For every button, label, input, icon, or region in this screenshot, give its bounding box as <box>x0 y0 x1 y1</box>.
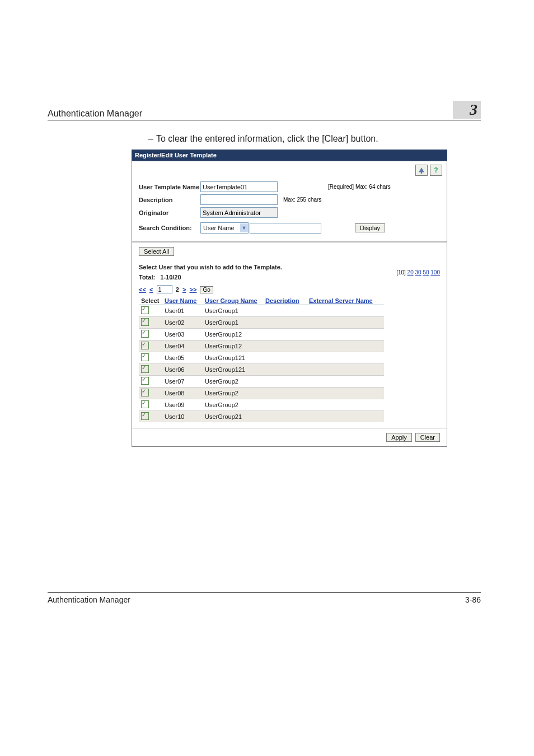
row-checkbox[interactable] <box>141 318 149 326</box>
apply-button[interactable]: Apply <box>386 433 412 442</box>
cell-description <box>263 340 307 352</box>
pager-first[interactable]: << <box>139 286 146 293</box>
input-description[interactable] <box>200 194 278 205</box>
table-row: User02UserGroup1 <box>139 317 384 329</box>
chevron-down-icon: ▼ <box>240 223 248 232</box>
col-select: Select <box>139 297 162 305</box>
table-row: User10UserGroup21 <box>139 411 384 423</box>
cell-description <box>263 411 307 423</box>
row-checkbox[interactable] <box>141 412 149 420</box>
row-checkbox[interactable] <box>141 377 149 385</box>
row-checkbox[interactable] <box>141 365 149 373</box>
cell-user-name: User03 <box>162 329 203 340</box>
input-template-name[interactable] <box>200 181 278 192</box>
row-checkbox[interactable] <box>141 342 149 349</box>
row-checkbox[interactable] <box>141 389 149 396</box>
cell-description <box>263 399 307 411</box>
cell-user-name: User07 <box>162 376 203 388</box>
page-header-title: Authentication Manager <box>48 109 142 119</box>
pagesize-20[interactable]: 20 <box>407 269 414 276</box>
row-checkbox[interactable] <box>141 306 149 314</box>
pager-prev[interactable]: < <box>149 286 153 293</box>
select-all-button[interactable]: Select All <box>139 247 174 256</box>
cell-external-server <box>307 399 384 411</box>
help-icon[interactable]: ? <box>430 165 442 176</box>
cell-external-server <box>307 305 384 317</box>
table-row: User07UserGroup2 <box>139 376 384 388</box>
pager-go-button[interactable]: Go <box>200 286 213 293</box>
select-search-field[interactable]: User Name ▼ <box>200 222 249 234</box>
input-search-value[interactable] <box>250 223 321 234</box>
cell-external-server <box>307 364 384 376</box>
cell-external-server <box>307 376 384 388</box>
instruction-line: –To clear the entered information, click… <box>148 134 481 144</box>
pagesize-50[interactable]: 50 <box>423 269 429 276</box>
pager-page-input[interactable] <box>157 285 172 293</box>
total-label: Total: <box>139 274 155 281</box>
table-row: User05UserGroup121 <box>139 352 384 364</box>
clear-button[interactable]: Clear <box>415 433 440 442</box>
cell-description <box>263 364 307 376</box>
cell-user-group: UserGroup2 <box>203 376 263 388</box>
col-user-group[interactable]: User Group Name <box>205 297 257 304</box>
cell-user-group: UserGroup2 <box>203 388 263 399</box>
input-originator <box>200 207 278 218</box>
table-row: User06UserGroup121 <box>139 364 384 376</box>
cell-user-group: UserGroup121 <box>203 364 263 376</box>
label-template-name: User Template Name <box>139 184 200 190</box>
cell-description <box>263 329 307 340</box>
cell-user-group: UserGroup12 <box>203 329 263 340</box>
footer-title: Authentication Manager <box>48 595 130 604</box>
hint-description: Max: 255 chars <box>283 197 321 203</box>
screenshot-panel: Register/Edit User Template ? User Templ… <box>132 150 447 447</box>
label-search-condition: Search Condition: <box>139 225 200 231</box>
cell-user-name: User02 <box>162 317 203 329</box>
cell-user-name: User06 <box>162 364 203 376</box>
table-row: User01UserGroup1 <box>139 305 384 317</box>
pager-next-num: 2 <box>176 286 179 293</box>
user-table: Select User Name User Group Name Descrip… <box>139 297 384 422</box>
cell-user-name: User09 <box>162 399 203 411</box>
cell-user-group: UserGroup1 <box>203 305 263 317</box>
cell-user-group: UserGroup121 <box>203 352 263 364</box>
window-title: Register/Edit User Template <box>132 150 447 161</box>
cell-external-server <box>307 340 384 352</box>
select-user-subtitle: Select User that you wish to add to the … <box>139 264 440 270</box>
table-row: User03UserGroup12 <box>139 329 384 340</box>
cell-external-server <box>307 411 384 423</box>
row-checkbox[interactable] <box>141 400 149 408</box>
col-description[interactable]: Description <box>265 297 299 304</box>
cell-user-group: UserGroup2 <box>203 399 263 411</box>
pager-next[interactable]: > <box>182 286 186 293</box>
row-checkbox[interactable] <box>141 353 149 361</box>
pager-last[interactable]: >> <box>189 286 196 293</box>
cell-description <box>263 376 307 388</box>
display-button[interactable]: Display <box>355 223 385 232</box>
chapter-badge: 3 <box>453 101 481 119</box>
row-checkbox[interactable] <box>141 330 149 338</box>
label-description: Description <box>139 197 200 203</box>
col-user-name[interactable]: User Name <box>165 297 196 304</box>
cell-external-server <box>307 388 384 399</box>
cell-user-group: UserGroup12 <box>203 340 263 352</box>
cell-user-group: UserGroup21 <box>203 411 263 423</box>
footer-page: 3-86 <box>465 595 481 604</box>
cell-user-name: User04 <box>162 340 203 352</box>
cell-description <box>263 388 307 399</box>
hint-template-name: [Required] Max: 64 chars <box>328 184 391 190</box>
pagesize-100[interactable]: 100 <box>430 269 440 276</box>
cell-description <box>263 305 307 317</box>
cell-user-name: User10 <box>162 411 203 423</box>
pagesize-30[interactable]: 30 <box>415 269 421 276</box>
cell-user-name: User05 <box>162 352 203 364</box>
col-external-server[interactable]: External Server Name <box>309 297 373 304</box>
table-row: User04UserGroup12 <box>139 340 384 352</box>
cell-external-server <box>307 329 384 340</box>
cell-user-name: User01 <box>162 305 203 317</box>
cell-user-group: UserGroup1 <box>203 317 263 329</box>
total-range: 1-10/20 <box>160 274 181 281</box>
table-row: User08UserGroup2 <box>139 388 384 399</box>
page-size-links: [10] 20 30 50 100 <box>396 269 440 276</box>
cell-description <box>263 317 307 329</box>
up-icon[interactable] <box>415 165 428 176</box>
